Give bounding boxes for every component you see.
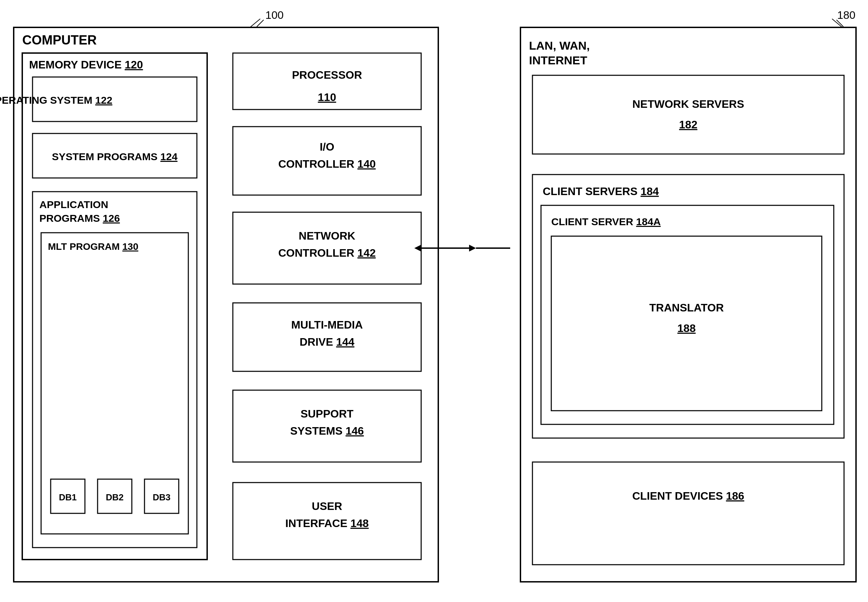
- svg-rect-27: [233, 212, 421, 284]
- svg-text:MULTI-MEDIA: MULTI-MEDIA: [291, 319, 363, 331]
- svg-rect-17: [98, 479, 132, 513]
- svg-text:CONTROLLER 140: CONTROLLER 140: [279, 158, 376, 170]
- svg-text:CONTROLLER 142: CONTROLLER 142: [279, 247, 376, 259]
- svg-text:MLT PROGRAM 130: MLT PROGRAM 130: [48, 241, 139, 252]
- svg-marker-43: [414, 245, 421, 252]
- svg-text:TRANSLATOR: TRANSLATOR: [649, 301, 723, 314]
- svg-rect-10: [32, 192, 197, 548]
- svg-text:182: 182: [679, 118, 697, 131]
- svg-rect-33: [233, 390, 421, 462]
- svg-rect-45: [520, 28, 856, 582]
- svg-text:OPERATING SYSTEM 122: OPERATING SYSTEM 122: [0, 94, 112, 106]
- svg-text:LAN, WAN,: LAN, WAN,: [529, 39, 590, 52]
- svg-rect-30: [233, 303, 421, 371]
- svg-text:APPLICATION: APPLICATION: [39, 199, 108, 210]
- svg-rect-6: [32, 77, 197, 121]
- svg-marker-42: [469, 245, 476, 252]
- svg-rect-36: [233, 482, 421, 559]
- svg-text:188: 188: [677, 322, 696, 334]
- svg-text:DB3: DB3: [153, 492, 171, 502]
- svg-line-0: [250, 19, 260, 28]
- svg-text:DB1: DB1: [59, 492, 77, 502]
- svg-line-63: [837, 20, 843, 27]
- svg-rect-13: [41, 233, 188, 534]
- svg-text:DB2: DB2: [106, 492, 124, 502]
- svg-rect-55: [551, 236, 822, 411]
- svg-rect-15: [51, 479, 85, 513]
- svg-text:CLIENT SERVER 184A: CLIENT SERVER 184A: [551, 216, 661, 227]
- svg-text:INTERFACE 148: INTERFACE 148: [285, 517, 369, 530]
- svg-text:100: 100: [265, 9, 283, 21]
- svg-text:PROGRAMS 126: PROGRAMS 126: [39, 212, 120, 224]
- svg-rect-24: [233, 127, 421, 195]
- svg-text:NETWORK SERVERS: NETWORK SERVERS: [633, 98, 744, 110]
- svg-text:110: 110: [318, 91, 336, 103]
- svg-rect-2: [14, 28, 438, 582]
- svg-rect-51: [532, 175, 844, 438]
- svg-rect-21: [233, 53, 421, 109]
- svg-text:180: 180: [837, 9, 855, 21]
- svg-rect-8: [32, 134, 197, 178]
- svg-text:MEMORY DEVICE 120: MEMORY DEVICE 120: [29, 58, 143, 71]
- svg-text:USER: USER: [312, 500, 342, 512]
- svg-rect-48: [532, 75, 844, 154]
- svg-text:SYSTEM PROGRAMS 124: SYSTEM PROGRAMS 124: [52, 151, 178, 162]
- svg-line-61: [257, 20, 264, 27]
- svg-text:PROCESSOR: PROCESSOR: [292, 69, 362, 81]
- svg-text:DRIVE 144: DRIVE 144: [300, 336, 354, 348]
- svg-text:COMPUTER: COMPUTER: [22, 33, 97, 47]
- svg-rect-53: [541, 205, 834, 424]
- svg-rect-4: [22, 53, 207, 559]
- svg-rect-58: [532, 462, 844, 565]
- svg-text:SYSTEMS 146: SYSTEMS 146: [290, 425, 364, 437]
- svg-line-1: [832, 19, 842, 28]
- svg-text:INTERNET: INTERNET: [529, 54, 587, 67]
- svg-text:CLIENT SERVERS 184: CLIENT SERVERS 184: [543, 185, 659, 198]
- svg-text:SUPPORT: SUPPORT: [301, 408, 354, 420]
- svg-text:CLIENT DEVICES 186: CLIENT DEVICES 186: [632, 490, 744, 502]
- svg-text:I/O: I/O: [320, 141, 334, 153]
- svg-rect-19: [145, 479, 179, 513]
- svg-text:NETWORK: NETWORK: [299, 230, 355, 242]
